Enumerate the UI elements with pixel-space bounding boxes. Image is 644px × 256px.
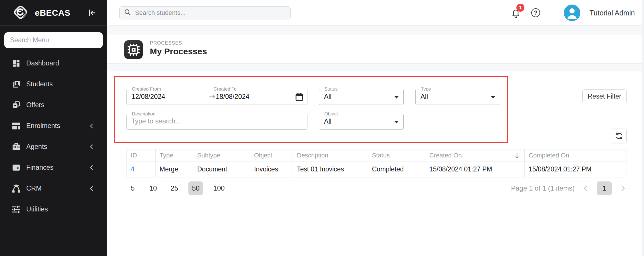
sidebar-item-dashboard[interactable]: Dashboard: [0, 53, 107, 74]
pagination-bar: 5 10 25 50 100 Page 1 of 1 (1 items) 1: [126, 181, 627, 195]
user-name[interactable]: Tutorial Admin: [589, 0, 635, 26]
next-page-icon[interactable]: [619, 185, 627, 192]
page-size-5[interactable]: 5: [126, 181, 139, 195]
description-input[interactable]: [131, 117, 297, 125]
status-value: All: [324, 93, 331, 101]
cell-id-link[interactable]: 4: [127, 161, 156, 177]
created-from-label: Created From: [130, 86, 163, 92]
student-search-box[interactable]: [119, 6, 291, 19]
col-header-description[interactable]: Description: [293, 149, 368, 161]
description-label: Description: [130, 111, 157, 117]
sidebar-item-label: CRM: [26, 185, 42, 192]
col-header-object[interactable]: Object: [250, 149, 293, 161]
help-icon[interactable]: ?: [531, 8, 540, 17]
chevron-left-icon: [89, 165, 94, 172]
dashboard-icon: [12, 59, 21, 68]
sidebar-collapse-icon[interactable]: [88, 9, 96, 17]
scrollbar[interactable]: [642, 0, 644, 256]
current-page-button[interactable]: 1: [597, 181, 612, 195]
type-select[interactable]: Type All: [415, 89, 500, 105]
table-header-row: ID Type Subtype Object Description Statu…: [127, 149, 627, 161]
page-header: PROCESSES My Processes: [107, 35, 642, 64]
sidebar-menu: Dashboard Students: [0, 53, 107, 220]
page-size-10[interactable]: 10: [146, 181, 160, 195]
content-divider: [107, 208, 642, 208]
app-window: eBECAS Dashboard: [0, 0, 644, 256]
cell-status: Completed: [368, 161, 425, 177]
chevron-down-icon: [491, 96, 495, 99]
processes-table: ID Type Subtype Object Description Statu…: [126, 149, 627, 177]
page-size-100[interactable]: 100: [210, 181, 228, 195]
student-search-input[interactable]: [135, 9, 283, 17]
cell-created-on: 15/08/2024 01:27 PM: [425, 161, 525, 177]
cell-object: Invoices: [250, 161, 293, 177]
col-header-status[interactable]: Status: [368, 149, 425, 161]
type-label: Type: [419, 86, 433, 92]
chevron-down-icon: [395, 121, 399, 123]
range-arrow-icon: →: [209, 92, 215, 101]
sort-desc-icon[interactable]: ↓: [514, 152, 520, 160]
breadcrumb: PROCESSES: [150, 40, 182, 46]
enrolments-icon: [12, 122, 21, 130]
page-title: My Processes: [150, 47, 207, 56]
date-range-field[interactable]: Created From Created To 12/08/2024 → 18/…: [126, 89, 307, 105]
notification-badge: 1: [516, 4, 524, 12]
brand-name: eBECAS: [35, 8, 71, 18]
search-icon: [124, 9, 131, 17]
col-header-created-on[interactable]: Created On ↓: [425, 149, 525, 161]
object-value: All: [324, 118, 331, 125]
col-header-id[interactable]: ID: [127, 149, 156, 161]
page-size-50[interactable]: 50: [188, 181, 203, 195]
sidebar-item-label: Utilities: [26, 205, 48, 213]
created-to-value[interactable]: 18/08/2024: [216, 93, 249, 101]
sidebar-item-label: Enrolments: [26, 122, 60, 130]
object-label: Object: [323, 111, 340, 117]
sidebar-item-enrolments[interactable]: Enrolments: [0, 115, 107, 136]
status-select[interactable]: Status All: [319, 89, 404, 105]
students-icon: [12, 80, 21, 89]
processes-icon: [124, 40, 143, 59]
agents-icon: [12, 143, 21, 151]
status-label: Status: [323, 86, 339, 92]
user-avatar[interactable]: [564, 5, 580, 21]
created-to-label: Created To: [212, 86, 238, 92]
background-strip: [107, 64, 642, 71]
cell-subtype: Document: [193, 161, 250, 177]
sidebar-item-label: Students: [26, 80, 53, 88]
sidebar-item-agents[interactable]: Agents: [0, 136, 107, 157]
notifications-button[interactable]: 1: [511, 7, 522, 20]
chevron-left-icon: [89, 123, 94, 130]
object-select[interactable]: Object All: [319, 114, 404, 130]
sidebar-item-crm[interactable]: CRM: [0, 178, 107, 199]
main-area: 1 ? Tutorial Admin: [107, 0, 644, 256]
previous-page-icon[interactable]: [582, 185, 589, 192]
reset-filter-button[interactable]: Reset Filter: [582, 89, 627, 103]
sidebar-item-utilities[interactable]: Utilities: [0, 199, 107, 220]
sidebar-item-label: Finances: [26, 164, 53, 171]
cell-type: Merge: [156, 161, 193, 177]
sidebar-item-label: Dashboard: [26, 59, 59, 67]
background-strip: [107, 26, 642, 35]
sidebar-search-input[interactable]: [4, 32, 103, 48]
type-value: All: [420, 93, 428, 101]
topbar: 1 ? Tutorial Admin: [107, 0, 644, 26]
sidebar-logo-row: eBECAS: [0, 0, 107, 26]
sidebar-item-offers[interactable]: Offers: [0, 95, 107, 115]
created-from-value[interactable]: 12/08/2024: [132, 93, 165, 101]
page-size-25[interactable]: 25: [167, 181, 182, 195]
cell-description: Test 01 Inovices: [293, 161, 368, 177]
col-header-type[interactable]: Type: [156, 149, 193, 161]
col-header-subtype[interactable]: Subtype: [193, 149, 250, 161]
calendar-icon[interactable]: [295, 93, 303, 102]
table-row: 4 Merge Document Invoices Test 01 Inovic…: [127, 161, 627, 177]
filter-highlight-annotation: [114, 76, 508, 143]
crm-icon: [12, 184, 21, 193]
finances-icon: [12, 163, 21, 172]
col-header-completed-on[interactable]: Completed On: [525, 149, 627, 161]
sidebar-item-label: Offers: [26, 101, 45, 109]
refresh-button[interactable]: [612, 129, 627, 143]
description-field[interactable]: Description: [126, 114, 307, 130]
sidebar-item-students[interactable]: Students: [0, 74, 107, 95]
sidebar-item-finances[interactable]: Finances: [0, 157, 107, 178]
chevron-left-icon: [89, 144, 94, 151]
